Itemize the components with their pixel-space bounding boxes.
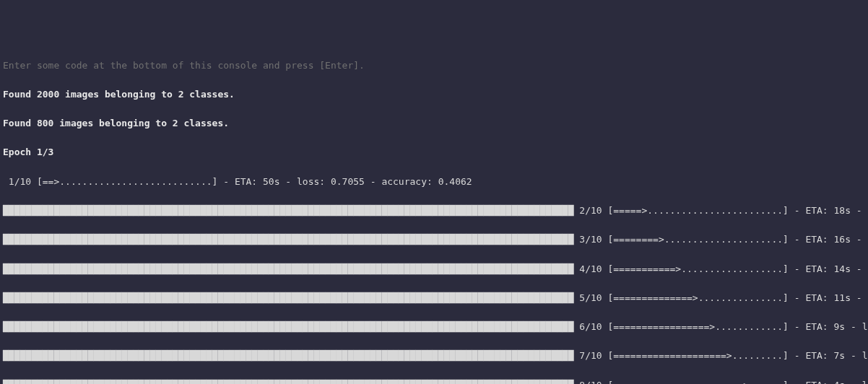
output-line: Found 2000 images belonging to 2 classes…	[0, 87, 868, 102]
output-line: Epoch 1/3	[0, 145, 868, 160]
progress-line: ████████████████████████████████████████…	[0, 204, 868, 218]
progress-line: ████████████████████████████████████████…	[0, 232, 868, 247]
progress-line: ████████████████████████████████████████…	[0, 320, 868, 334]
progress-line: ████████████████████████████████████████…	[0, 378, 868, 384]
progress-line: ████████████████████████████████████████…	[0, 291, 868, 305]
console-prompt: Enter some code at the bottom of this co…	[0, 58, 868, 73]
progress-line: ████████████████████████████████████████…	[0, 349, 868, 363]
progress-line: 1/10 [==>...........................] - …	[0, 175, 868, 189]
progress-line: ████████████████████████████████████████…	[0, 262, 868, 276]
output-line: Found 800 images belonging to 2 classes.	[0, 116, 868, 131]
